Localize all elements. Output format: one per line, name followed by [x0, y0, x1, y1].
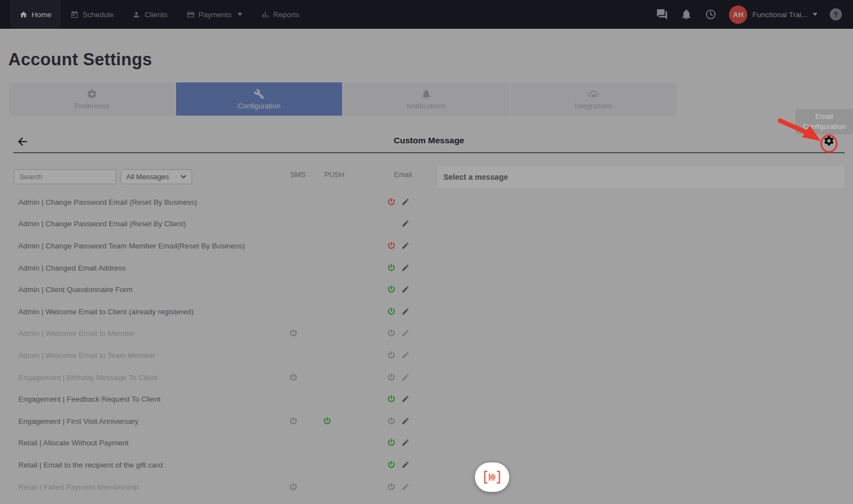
tab-configuration[interactable]: Configuration	[176, 82, 342, 116]
edit-button[interactable]	[401, 395, 410, 403]
clock-icon[interactable]	[705, 8, 717, 20]
message-row[interactable]: Admin | Change Password Email (Reset By …	[13, 191, 426, 213]
message-row[interactable]: Admin | Welcome Email to Member	[13, 323, 426, 345]
edit-button[interactable]	[401, 241, 410, 250]
message-label: Admin | Change Password Email (Reset By …	[18, 198, 197, 206]
edit-button[interactable]	[401, 460, 410, 469]
message-row[interactable]: Admin | Welcome Email to Team Member	[13, 344, 426, 366]
chevron-down-icon	[180, 175, 187, 179]
message-list-column: All Messages SMS PUSH Email Admin | Chan…	[13, 166, 426, 497]
message-row[interactable]: Retail | Failed Payment Membership	[13, 476, 426, 498]
nav-item-schedule[interactable]: Schedule	[61, 0, 123, 29]
custom-message-panel: Custom Message All Messages SMS PUSH Ema…	[13, 130, 845, 497]
avatar[interactable]: AH	[729, 6, 747, 24]
message-row[interactable]: Retail | Allocate Without Payment	[13, 432, 426, 454]
push-toggle[interactable]	[323, 417, 332, 425]
sms-toggle[interactable]	[289, 329, 298, 337]
email-toggle[interactable]	[387, 373, 396, 382]
nav-label: Payments	[199, 11, 232, 19]
message-label: Engagement | First Visit Anniversary	[18, 417, 138, 425]
gear-icon	[823, 135, 835, 147]
email-toggle[interactable]	[387, 482, 396, 491]
bell-icon[interactable]	[680, 8, 692, 20]
power-icon	[387, 263, 396, 272]
tab-preference[interactable]: Preference	[9, 82, 175, 116]
nav-item-reports[interactable]: Reports	[252, 0, 309, 29]
edit-button[interactable]	[401, 307, 410, 315]
message-row[interactable]: Admin | Changed Email Address	[13, 257, 426, 279]
pencil-icon	[401, 220, 410, 228]
help-icon[interactable]: ?	[830, 8, 842, 20]
column-header-email: Email	[384, 170, 422, 179]
message-row[interactable]: Admin | Change Password Email (Reset By …	[13, 213, 426, 235]
email-toggle[interactable]	[387, 263, 396, 272]
message-row[interactable]: Engagement | First Visit Anniversary	[13, 410, 426, 432]
tab-label: Preference	[74, 102, 110, 110]
power-icon	[387, 373, 396, 382]
search-input[interactable]	[14, 169, 116, 184]
email-toggle[interactable]	[387, 417, 396, 425]
edit-button[interactable]	[401, 482, 410, 491]
person-icon	[132, 11, 141, 19]
account-menu[interactable]: AH Functional Trai...	[729, 6, 818, 24]
power-icon	[387, 307, 396, 316]
sms-toggle[interactable]	[289, 482, 298, 491]
message-row[interactable]: Engagement | Feedback Request To Client	[13, 388, 426, 410]
edit-button[interactable]	[401, 263, 410, 272]
power-icon	[387, 394, 396, 403]
pencil-icon	[401, 417, 410, 425]
pencil-icon	[401, 285, 410, 294]
edit-button[interactable]	[401, 329, 410, 337]
sms-toggle[interactable]	[289, 417, 298, 425]
message-label: Admin | Change Password Team Member Emai…	[18, 241, 245, 250]
edit-button[interactable]	[401, 417, 410, 425]
email-toggle[interactable]	[387, 438, 396, 447]
email-toggle[interactable]	[387, 198, 396, 206]
email-toggle[interactable]	[387, 394, 396, 403]
email-toggle[interactable]	[387, 285, 396, 294]
calendar-icon	[70, 11, 79, 19]
pencil-icon	[401, 482, 410, 491]
email-configuration-gear-button[interactable]	[823, 135, 835, 147]
home-icon	[19, 11, 28, 19]
email-toggle[interactable]	[387, 241, 396, 250]
column-header-sms: SMS	[278, 170, 317, 179]
message-row[interactable]: Admin | Change Password Team Member Emai…	[13, 235, 426, 257]
wrench-icon	[254, 89, 265, 100]
edit-button[interactable]	[401, 439, 410, 447]
pencil-icon	[401, 373, 410, 381]
message-label: Admin | Welcome Email to Client (already…	[18, 307, 194, 315]
sms-toggle[interactable]	[289, 373, 298, 382]
nav-label: Clients	[144, 11, 167, 19]
message-row[interactable]: Retail | Email to the recipient of the g…	[13, 454, 426, 476]
edit-button[interactable]	[401, 285, 410, 294]
email-toggle[interactable]	[387, 351, 396, 360]
message-row[interactable]: Admin | Client Questionnaire Form	[13, 278, 426, 300]
tab-notifications[interactable]: Notifications	[343, 82, 509, 116]
edit-button[interactable]	[401, 373, 410, 381]
power-icon	[387, 285, 396, 294]
select-value: All Messages	[126, 173, 169, 181]
message-row[interactable]: Admin | Welcome Email to Client (already…	[13, 300, 426, 323]
edit-button[interactable]	[401, 198, 410, 206]
email-toggle[interactable]	[387, 460, 396, 469]
page-title: Account Settings	[8, 50, 845, 70]
cloud-icon	[588, 89, 599, 100]
power-icon	[387, 198, 396, 206]
chat-icon[interactable]	[656, 8, 668, 20]
nav-item-home[interactable]: Home	[10, 0, 61, 29]
barcode-badge-button[interactable]	[475, 463, 509, 492]
message-label: Admin | Welcome Email to Team Member	[18, 351, 156, 359]
message-filter-select[interactable]: All Messages	[121, 169, 192, 184]
tab-integrations[interactable]: Integrations	[510, 82, 676, 116]
nav-item-clients[interactable]: Clients	[123, 0, 177, 29]
email-toggle[interactable]	[387, 307, 396, 316]
power-icon	[323, 417, 332, 425]
edit-button[interactable]	[401, 220, 410, 228]
nav-item-payments[interactable]: Payments	[177, 0, 252, 29]
email-toggle[interactable]	[387, 329, 396, 337]
edit-button[interactable]	[401, 351, 410, 359]
message-label: Retail | Failed Payment Membership	[18, 482, 138, 491]
message-label: Engagement | Feedback Request To Client	[18, 395, 161, 403]
message-row[interactable]: Engagement | Birthday Message To Client	[13, 366, 426, 388]
